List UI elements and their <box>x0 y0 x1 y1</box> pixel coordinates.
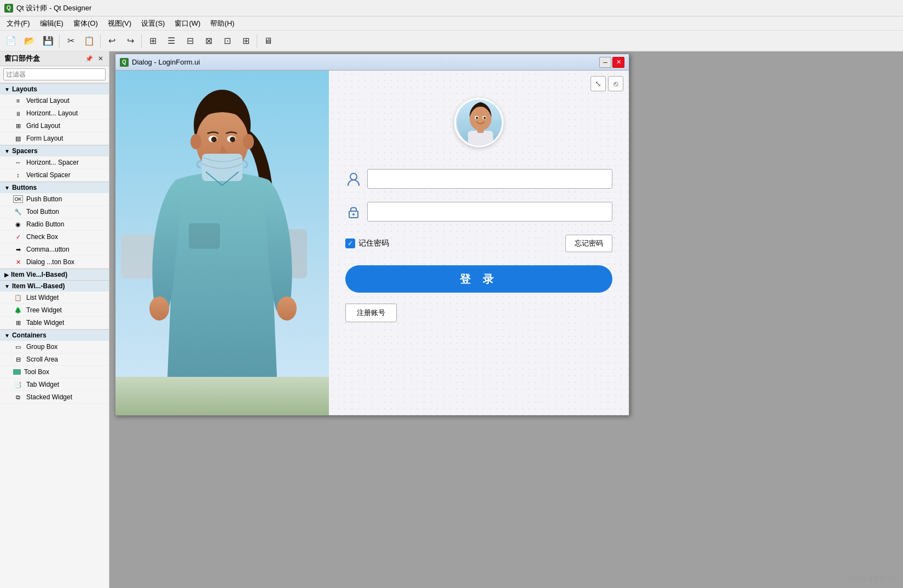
minimize-pane-btn[interactable]: ⤡ <box>591 76 606 91</box>
widget-grid-layout-label: Grid Layout <box>26 122 60 130</box>
widget-horizontal-spacer[interactable]: ↔ Horizont... Spacer <box>0 156 109 169</box>
remember-checkbox[interactable]: ✓ <box>345 238 355 248</box>
widget-vertical-spacer[interactable]: ↕ Vertical Spacer <box>0 169 109 182</box>
push-button-icon: OK <box>13 195 23 203</box>
widget-horizontal-spacer-label: Horizont... Spacer <box>26 159 79 166</box>
menu-form[interactable]: 窗体(O) <box>69 18 102 30</box>
category-spacers-label: Spacers <box>12 147 38 155</box>
table-widget-icon: ⊞ <box>13 319 23 327</box>
widget-tree-widget-label: Tree Widget <box>26 306 62 314</box>
register-button[interactable]: 注册账号 <box>345 304 397 322</box>
horizontal-layout-icon: ⫼ <box>13 109 23 117</box>
category-containers-label: Containers <box>12 331 47 339</box>
widget-tool-box-label: Tool Box <box>24 368 49 376</box>
widget-stacked-widget[interactable]: ⧉ Stacked Widget <box>0 391 109 404</box>
svg-point-6 <box>149 296 169 321</box>
widget-check-box[interactable]: ✓ Check Box <box>0 231 109 243</box>
dialog-title: Dialog - LoginForm.ui <box>132 58 598 66</box>
widget-tab-widget[interactable]: 📑 Tab Widget <box>0 379 109 391</box>
menu-settings[interactable]: 设置(S) <box>137 18 169 30</box>
menu-window[interactable]: 窗口(W) <box>170 18 205 30</box>
password-field-row <box>345 202 612 222</box>
toolbar-cut[interactable]: ✂ <box>62 33 79 49</box>
category-buttons[interactable]: ▼ Buttons <box>0 182 109 193</box>
toolbar-undo[interactable]: ↩ <box>103 33 120 49</box>
login-pane: ⤡ ⎋ <box>329 71 629 415</box>
widget-table-widget[interactable]: ⊞ Table Widget <box>0 317 109 329</box>
widget-vertical-layout[interactable]: ≡ Vertical Layout <box>0 95 109 107</box>
widget-tool-button[interactable]: 🔧 Tool Button <box>0 206 109 218</box>
widget-box-pin[interactable]: 📌 <box>85 54 94 63</box>
category-buttons-label: Buttons <box>12 184 37 191</box>
widget-tool-box[interactable]: Tool Box <box>0 366 109 379</box>
image-pane <box>115 71 329 415</box>
toolbar-redo[interactable]: ↪ <box>121 33 139 49</box>
category-item-widgets[interactable]: ▼ Item Wi...-Based) <box>0 280 109 292</box>
username-icon <box>345 171 362 187</box>
toolbar-preview[interactable]: 🖥 <box>259 33 277 49</box>
remember-password-text: 记住密码 <box>358 238 389 248</box>
menu-file[interactable]: 文件(F) <box>2 18 34 30</box>
widget-group-box-label: Group Box <box>26 343 57 351</box>
toolbar-layout-h[interactable]: ⊞ <box>144 33 161 49</box>
password-input[interactable] <box>367 202 612 222</box>
menu-edit[interactable]: 编辑(E) <box>36 18 68 30</box>
widget-tool-button-label: Tool Button <box>26 208 59 216</box>
widget-dialog-button-box[interactable]: ✕ Dialog ...ton Box <box>0 256 109 269</box>
toolbar-copy[interactable]: 📋 <box>80 33 98 49</box>
tab-widget-icon: 📑 <box>13 381 23 388</box>
widget-group-box[interactable]: ▭ Group Box <box>0 341 109 353</box>
svg-point-24 <box>476 117 478 119</box>
widget-box-close[interactable]: ✕ <box>96 54 105 63</box>
widget-command-button[interactable]: ➡ Comma...utton <box>0 243 109 256</box>
username-field-row <box>345 169 612 189</box>
widget-box-header: 窗口部件盒 📌 ✕ <box>0 51 109 66</box>
dialog-minimize-btn[interactable]: ─ <box>599 57 611 68</box>
toolbar-save[interactable]: 💾 <box>39 33 57 49</box>
filter-input[interactable] <box>3 68 106 80</box>
avatar-container <box>454 98 503 147</box>
category-layouts[interactable]: ▼ Layouts <box>0 83 109 95</box>
category-containers[interactable]: ▼ Containers <box>0 329 109 341</box>
category-spacers[interactable]: ▼ Spacers <box>0 145 109 156</box>
tool-box-icon <box>13 369 21 375</box>
list-widget-icon: 📋 <box>13 294 23 301</box>
exit-pane-btn[interactable]: ⎋ <box>608 76 623 91</box>
svg-rect-3 <box>115 377 329 415</box>
toolbar-break[interactable]: ⊞ <box>237 33 254 49</box>
menu-help[interactable]: 帮助(H) <box>206 18 239 30</box>
widget-form-layout[interactable]: ▤ Form Layout <box>0 132 109 145</box>
category-item-widgets-label: Item Wi...-Based) <box>12 282 65 290</box>
widget-box-title: 窗口部件盒 <box>4 54 40 63</box>
toolbar: 📄 📂 💾 ✂ 📋 ↩ ↪ ⊞ ☰ ⊟ ⊠ ⊡ ⊞ 🖥 <box>0 31 903 51</box>
widget-radio-button[interactable]: ◉ Radio Button <box>0 218 109 231</box>
username-input[interactable] <box>367 169 612 189</box>
widget-push-button[interactable]: OK Push Button <box>0 193 109 206</box>
toolbar-layout-g[interactable]: ⊟ <box>181 33 199 49</box>
dialog-close-btn[interactable]: ✕ <box>612 57 624 68</box>
login-button[interactable]: 登 录 <box>345 265 612 293</box>
widget-list-widget[interactable]: 📋 List Widget <box>0 292 109 304</box>
item-views-arrow: ▶ <box>4 272 9 278</box>
form-layout-icon: ▤ <box>13 135 23 142</box>
category-item-views[interactable]: ▶ Item Vie...l-Based) <box>0 269 109 280</box>
menu-view[interactable]: 视图(V) <box>103 18 136 30</box>
toolbar-open[interactable]: 📂 <box>21 33 38 49</box>
svg-point-25 <box>484 117 486 119</box>
svg-point-26 <box>350 173 357 180</box>
svg-rect-15 <box>202 154 242 181</box>
widget-horizontal-layout[interactable]: ⫼ Horizont... Layout <box>0 107 109 120</box>
widget-grid-layout[interactable]: ⊞ Grid Layout <box>0 120 109 132</box>
widget-dialog-button-box-label: Dialog ...ton Box <box>26 258 74 266</box>
remember-password-label[interactable]: ✓ 记住密码 <box>345 238 389 248</box>
vertical-spacer-icon: ↕ <box>13 171 23 179</box>
widget-tree-widget[interactable]: 🌲 Tree Widget <box>0 304 109 317</box>
buttons-arrow: ▼ <box>4 185 10 191</box>
toolbar-layout-b[interactable]: ⊡ <box>218 33 236 49</box>
toolbar-layout-f[interactable]: ⊠ <box>200 33 217 49</box>
widget-command-button-label: Comma...utton <box>26 246 70 253</box>
toolbar-new[interactable]: 📄 <box>2 33 20 49</box>
toolbar-layout-v[interactable]: ☰ <box>163 33 180 49</box>
widget-scroll-area[interactable]: ⊟ Scroll Area <box>0 353 109 366</box>
forgot-password-btn[interactable]: 忘记密码 <box>565 235 612 252</box>
